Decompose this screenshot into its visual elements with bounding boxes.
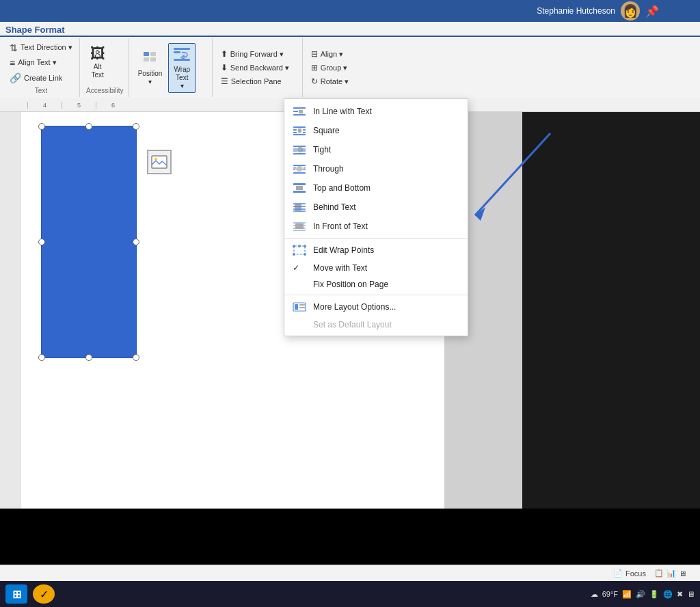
shape-handle-bottom-left[interactable] (38, 354, 45, 361)
svg-rect-30 (293, 183, 306, 185)
svg-rect-28 (303, 169, 306, 170)
menu-item-in-front-of-text[interactable]: In Front of Text (284, 217, 468, 236)
ribbon-group-accessibility: 🖼 AltText Accessibility (81, 38, 129, 97)
move-with-text-check: ✓ (293, 263, 304, 273)
shape-handle-top-mid[interactable] (85, 123, 92, 130)
taskbar-icon-2: ✖ (677, 590, 683, 599)
svg-rect-1 (150, 52, 156, 56)
blue-rectangle-shape[interactable] (41, 126, 137, 358)
position-icon (142, 50, 158, 68)
menu-item-tight[interactable]: Tight (284, 140, 468, 159)
view-icon-3[interactable]: 🖥 (679, 569, 686, 578)
menu-item-more-layout[interactable]: More Layout Options... (284, 297, 468, 316)
svg-rect-41 (293, 230, 306, 231)
svg-rect-5 (174, 51, 180, 53)
send-backward-button[interactable]: ⬇ Send Backward ▾ (218, 62, 292, 74)
view-icon-2[interactable]: 📊 (667, 569, 676, 578)
svg-point-47 (304, 253, 306, 256)
top-and-bottom-icon (293, 182, 306, 194)
alt-text-icon: 🖼 (90, 46, 105, 62)
taskbar-check-app[interactable]: ✓ (33, 584, 55, 604)
shape-handle-mid-right[interactable] (133, 239, 139, 245)
selection-pane-button[interactable]: ☰ Selection Pane (218, 75, 292, 87)
bring-forward-label: Bring Forward ▾ (230, 50, 284, 59)
alt-text-button[interactable]: 🖼 AltText (85, 44, 110, 81)
svg-point-8 (154, 158, 157, 161)
taskbar: ⊞ ✓ ☁ 69°F 📶 🔊 🔋 🌐 ✖ 🖥 (0, 581, 700, 607)
group-button[interactable]: ⊞ Group ▾ (308, 62, 351, 74)
create-link-label: Create Link (24, 74, 62, 82)
temperature: 69°F (602, 590, 618, 598)
user-name: Stephanie Hutcheson (537, 6, 615, 16)
shape-format-tab[interactable]: Shape Format (0, 22, 700, 37)
align-button[interactable]: ⊟ Align ▾ (308, 48, 351, 60)
taskbar-system: ☁ 69°F 📶 🔊 🔋 🌐 ✖ 🖥 (591, 590, 695, 599)
status-bar: 📄 Focus 📋 📊 🖥 (0, 565, 700, 581)
svg-rect-18 (303, 132, 306, 133)
svg-rect-16 (303, 129, 306, 131)
send-backward-label: Send Backward ▾ (230, 64, 289, 72)
pin-icon[interactable]: 📌 (645, 5, 659, 18)
create-link-button[interactable]: 🔗 Create Link (7, 71, 75, 85)
tight-label: Tight (313, 145, 331, 154)
wrap-text-label: WrapText (174, 66, 190, 82)
wrap-text-button[interactable]: WrapText ▾ (168, 43, 196, 93)
svg-rect-38 (293, 222, 306, 224)
menu-item-behind-text[interactable]: Behind Text (284, 198, 468, 217)
ruler-mark-6: 6 (96, 102, 130, 109)
arrange2-group-content: ⬆ Bring Forward ▾ ⬇ Send Backward ▾ ☰ Se… (218, 40, 298, 96)
ribbon-group-text: ⇅ Text Direction ▾ ≡ Align Text ▾ 🔗 Crea… (3, 38, 80, 97)
volume-icon: 🔊 (636, 590, 645, 599)
create-link-icon: 🔗 (10, 72, 21, 83)
menu-item-through[interactable]: Through (284, 159, 468, 178)
position-button[interactable]: Position ▾ (135, 48, 166, 88)
svg-rect-11 (299, 110, 303, 113)
ribbon-group-arrange3: ⊟ Align ▾ ⊞ Group ▾ ↻ Rotate ▾ (304, 38, 373, 97)
focus-status[interactable]: 📄 Focus (613, 569, 646, 578)
svg-rect-31 (296, 186, 303, 190)
svg-rect-50 (295, 304, 298, 310)
rotate-button[interactable]: ↻ Rotate ▾ (308, 75, 351, 87)
menu-item-square[interactable]: Square (284, 121, 468, 140)
svg-rect-37 (293, 211, 306, 212)
bring-forward-button[interactable]: ⬆ Bring Forward ▾ (218, 48, 292, 60)
bring-forward-icon: ⬆ (221, 49, 228, 59)
menu-item-fix-position[interactable]: Fix Position on Page (284, 276, 468, 293)
svg-point-46 (293, 253, 295, 256)
menu-item-inline-with-text[interactable]: In Line with Text (284, 102, 468, 121)
more-layout-label: More Layout Options... (313, 302, 396, 312)
view-icons: 📋 📊 🖥 (654, 569, 686, 578)
shape-handle-bottom-right[interactable] (133, 354, 139, 361)
view-icon-1[interactable]: 📋 (654, 569, 664, 578)
fix-position-label: Fix Position on Page (313, 280, 388, 289)
top-and-bottom-label: Top and Bottom (313, 183, 371, 193)
rotate-label: Rotate ▾ (321, 77, 349, 86)
align-text-button[interactable]: ≡ Align Text ▾ (7, 56, 75, 70)
inline-with-text-label: In Line with Text (313, 107, 372, 116)
svg-rect-15 (298, 129, 301, 133)
more-layout-icon (293, 301, 306, 313)
group-icon: ⊞ (311, 63, 318, 72)
shape-handle-mid-left[interactable] (38, 239, 45, 245)
battery-icon: 🔋 (649, 590, 659, 599)
shape-handle-top-left[interactable] (38, 123, 45, 130)
in-front-of-text-label: In Front of Text (313, 221, 368, 231)
accessibility-group-label: Accessibility (85, 87, 124, 96)
text-direction-button[interactable]: ⇅ Text Direction ▾ (7, 41, 75, 55)
ribbon: ⇅ Text Direction ▾ ≡ Align Text ▾ 🔗 Crea… (0, 37, 700, 98)
shape-handle-bottom-mid[interactable] (85, 354, 92, 361)
menu-item-edit-wrap-points[interactable]: Edit Wrap Points (284, 241, 468, 260)
menu-item-move-with-text[interactable]: ✓ Move with Text (284, 260, 468, 276)
start-button[interactable]: ⊞ (5, 584, 27, 604)
shape-handle-top-right[interactable] (133, 123, 139, 130)
arrange3-group-content: ⊟ Align ▾ ⊞ Group ▾ ↻ Rotate ▾ (308, 40, 368, 96)
behind-text-label: Behind Text (313, 202, 356, 212)
move-with-text-label: Move with Text (313, 263, 367, 273)
svg-rect-29 (293, 172, 306, 174)
menu-item-top-and-bottom[interactable]: Top and Bottom (284, 178, 468, 198)
svg-rect-34 (293, 203, 306, 204)
inline-with-text-icon (293, 105, 306, 118)
align-icon: ⊟ (311, 49, 318, 59)
accessibility-group-content: 🖼 AltText (85, 40, 124, 85)
avatar[interactable]: 👩 (621, 1, 640, 21)
